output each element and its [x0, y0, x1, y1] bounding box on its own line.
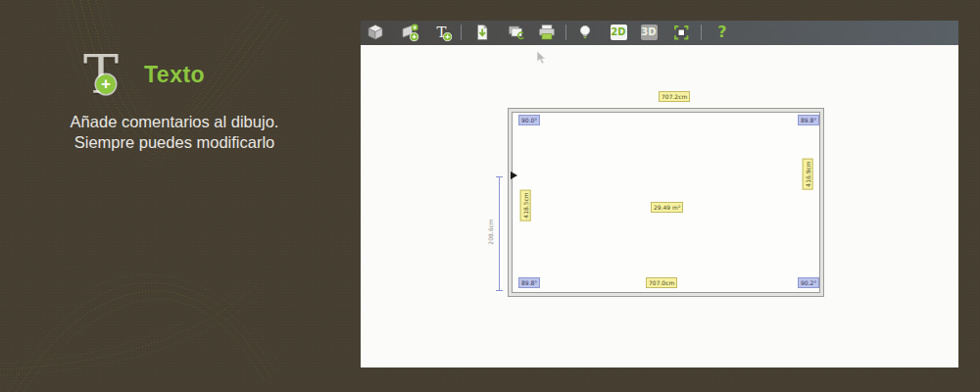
- wall-point-marker: [511, 172, 521, 179]
- dimension-label-top: 707.2cm: [659, 91, 690, 102]
- export-image-button[interactable]: [506, 22, 527, 43]
- text-add-feature-icon: T +: [83, 49, 126, 104]
- document-download-icon: [471, 22, 493, 43]
- screen: { "left_panel": { "icon_letter": "T", "i…: [0, 0, 980, 392]
- fit-screen-button[interactable]: [670, 22, 692, 43]
- external-dimension-label: 208.6cm: [487, 215, 494, 250]
- view-3d-label: 3D: [641, 24, 658, 40]
- wall-add-icon: [399, 22, 420, 43]
- view-3d-button[interactable]: 3D: [638, 22, 660, 43]
- cube-icon: [365, 22, 386, 43]
- dimension-label-left: 418.5cm: [520, 189, 531, 220]
- lightbulb-icon: [574, 22, 596, 43]
- print-button[interactable]: [536, 22, 558, 43]
- angle-label-top-left: 90.0°: [518, 115, 540, 125]
- text-add-icon: T: [432, 22, 454, 43]
- angle-label-top-right: 89.8°: [798, 115, 819, 125]
- dimension-tick-bottom: [496, 290, 503, 291]
- lighting-button[interactable]: [574, 22, 596, 43]
- add-wall-button[interactable]: [399, 22, 420, 43]
- feature-description-line2: Siempre puedes modificarlo: [74, 133, 275, 151]
- angle-label-bottom-right: 90.2°: [798, 277, 819, 288]
- view-2d-button[interactable]: 2D: [608, 22, 629, 43]
- fit-screen-icon: [670, 22, 692, 43]
- toolbar-separator: [461, 24, 462, 40]
- feature-description: Añade comentarios al dibujo. Siempre pue…: [49, 112, 300, 153]
- area-label: 29.49 m²: [651, 202, 683, 213]
- angle-label-bottom-left: 89.8°: [518, 277, 540, 288]
- external-dimension-line: [499, 176, 500, 291]
- add-text-button[interactable]: T: [432, 22, 454, 43]
- mouse-cursor: [536, 50, 548, 66]
- particle-swirl-bottom: [0, 220, 294, 392]
- help-label: ?: [717, 23, 726, 41]
- feature-title: Texto: [144, 62, 205, 88]
- dimension-label-bottom: 707.0cm: [646, 277, 677, 288]
- toolbar-separator: [565, 24, 566, 40]
- toolbar-separator: [701, 24, 702, 40]
- dimension-tick-top: [496, 176, 503, 177]
- view-2d-label: 2D: [611, 24, 627, 40]
- export-document-button[interactable]: [471, 22, 493, 43]
- feature-description-line1: Añade comentarios al dibujo.: [71, 113, 279, 130]
- view-cube-button[interactable]: [365, 22, 386, 43]
- dimension-label-right: 416.9cm: [803, 158, 813, 189]
- help-button[interactable]: ?: [711, 22, 733, 43]
- image-export-icon: [506, 22, 527, 43]
- toolbar: T: [361, 21, 958, 45]
- particle-swirl-top: [0, 0, 323, 206]
- drawing-canvas[interactable]: 707.2cm 707.0cm 418.5cm 416.9cm 29.49 m²…: [361, 45, 958, 368]
- plus-badge-icon: +: [96, 74, 116, 94]
- printer-icon: [536, 22, 558, 43]
